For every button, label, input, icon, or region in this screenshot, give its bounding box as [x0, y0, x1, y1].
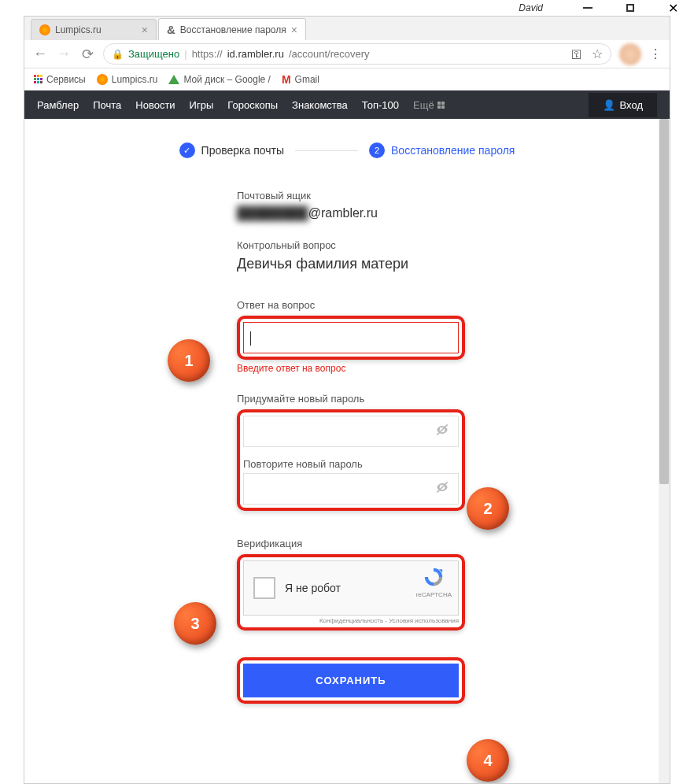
- recaptcha-widget: Я не робот reCAPTCHA: [243, 560, 459, 616]
- window-user: David: [519, 2, 543, 13]
- more-grid-icon: [437, 102, 445, 109]
- tab-lumpics[interactable]: Lumpics.ru ×: [31, 19, 157, 40]
- lumpics-favicon-icon: [39, 24, 50, 35]
- tab-strip: Lumpics.ru × & Восстановление пароля ×: [24, 17, 670, 40]
- step-2: 2 Восстановление пароля: [369, 142, 515, 158]
- new-password-input[interactable]: [243, 416, 459, 447]
- reload-button[interactable]: ⟳: [79, 46, 95, 63]
- nav-more[interactable]: Ещё: [413, 99, 445, 111]
- mailbox-hidden: ████████: [237, 206, 308, 220]
- captcha-footer: Конфиденциальность - Условия использован…: [243, 617, 459, 624]
- captcha-checkbox[interactable]: [253, 577, 275, 599]
- user-icon: 👤: [603, 99, 615, 111]
- tab-close-icon[interactable]: ×: [291, 24, 297, 36]
- annotation-marker-1: 1: [168, 339, 210, 382]
- nav-top100[interactable]: Топ-100: [362, 99, 399, 111]
- recaptcha-icon: [423, 566, 445, 588]
- window-maximize-button[interactable]: [625, 2, 636, 13]
- repeat-password-input[interactable]: [243, 473, 459, 505]
- url-host: id.rambler.ru: [227, 48, 284, 60]
- highlight-box-1: [237, 316, 465, 360]
- gmail-icon: M: [282, 73, 291, 86]
- window-titlebar: David ✕: [0, 0, 694, 16]
- url-path: /account/recovery: [289, 48, 370, 60]
- recovery-form: Почтовый ящик ████████@rambler.ru Контро…: [229, 190, 465, 704]
- scrollbar[interactable]: [659, 119, 670, 783]
- check-icon: ✓: [179, 142, 195, 158]
- highlight-box-3: Я не робот reCAPTCHA Конфиденциальность …: [237, 554, 465, 631]
- nav-news[interactable]: Новости: [135, 99, 175, 111]
- nav-mail[interactable]: Почта: [93, 99, 121, 111]
- back-button[interactable]: ←: [32, 46, 48, 62]
- apps-shortcut[interactable]: Сервисы: [34, 74, 86, 85]
- address-bar[interactable]: 🔒 Защищено | https://id.rambler.ru/accou…: [103, 43, 611, 65]
- browser-window: Lumpics.ru × & Восстановление пароля × ←…: [24, 16, 670, 784]
- key-icon[interactable]: [571, 48, 582, 61]
- annotation-marker-3: 3: [174, 602, 216, 645]
- browser-menu-button[interactable]: ⋮: [649, 46, 662, 61]
- apps-grid-icon: [34, 75, 42, 83]
- highlight-box-4: СОХРАНИТЬ: [237, 657, 465, 704]
- lumpics-icon: [97, 74, 108, 85]
- question-value: Девичья фамилия матери: [237, 256, 465, 272]
- answer-input[interactable]: [243, 322, 459, 353]
- mailbox-label: Почтовый ящик: [237, 190, 465, 202]
- rambler-favicon-icon: &: [167, 23, 175, 36]
- step-1: ✓ Проверка почты: [179, 142, 284, 158]
- bookmark-label: Gmail: [295, 74, 319, 85]
- nav-games[interactable]: Игры: [190, 99, 214, 111]
- save-button[interactable]: СОХРАНИТЬ: [243, 664, 459, 697]
- tab-title: Lumpics.ru: [55, 24, 102, 35]
- step-number-icon: 2: [369, 142, 385, 158]
- window-close-button[interactable]: ✕: [667, 2, 678, 13]
- tab-close-icon[interactable]: ×: [142, 24, 148, 36]
- login-button[interactable]: 👤 Вход: [589, 93, 657, 117]
- new-password-label: Придумайте новый пароль: [237, 393, 465, 405]
- page-content: ✓ Проверка почты 2 Восстановление пароля…: [24, 119, 670, 783]
- url-bar: ← → ⟳ 🔒 Защищено | https://id.rambler.ru…: [24, 40, 670, 68]
- bookmark-star-icon[interactable]: [592, 46, 603, 61]
- bookmark-lumpics[interactable]: Lumpics.ru: [97, 74, 158, 85]
- annotation-marker-2: 2: [467, 487, 509, 530]
- bookmark-gmail[interactable]: M Gmail: [282, 73, 319, 86]
- bookmarks-bar: Сервисы Lumpics.ru Мой диск – Google / M…: [24, 68, 670, 91]
- text-cursor: [250, 331, 251, 346]
- secure-label: Защищено: [128, 48, 179, 60]
- window-minimize-button[interactable]: [582, 2, 593, 13]
- step-divider: [295, 150, 358, 151]
- mailbox-value: ████████@rambler.ru: [237, 206, 465, 220]
- answer-error: Введите ответ на вопрос: [237, 363, 465, 374]
- bookmark-label: Мой диск – Google /: [183, 74, 271, 85]
- scrollbar-thumb[interactable]: [659, 119, 669, 484]
- bookmark-label: Lumpics.ru: [112, 74, 158, 85]
- verification-label: Верификация: [237, 538, 465, 549]
- repeat-password-label: Повторите новый пароль: [243, 458, 459, 470]
- bookmark-drive[interactable]: Мой диск – Google /: [168, 74, 271, 85]
- answer-label: Ответ на вопрос: [237, 299, 465, 311]
- url-protocol: https://: [192, 48, 223, 60]
- nav-dating[interactable]: Знакомства: [292, 99, 348, 111]
- tab-recovery[interactable]: & Восстановление пароля ×: [158, 18, 306, 40]
- recaptcha-badge: reCAPTCHA: [416, 566, 452, 598]
- captcha-label: Я не робот: [285, 582, 341, 594]
- highlight-box-2: Повторите новый пароль: [237, 409, 465, 511]
- forward-button[interactable]: →: [56, 46, 72, 62]
- site-nav: Рамблер Почта Новости Игры Гороскопы Зна…: [24, 91, 670, 119]
- question-label: Контрольный вопрос: [237, 239, 465, 251]
- nav-horoscopes[interactable]: Гороскопы: [227, 99, 278, 111]
- tab-title: Восстановление пароля: [180, 24, 286, 35]
- eye-off-icon[interactable]: [434, 479, 450, 498]
- bookmark-label: Сервисы: [46, 74, 86, 85]
- annotation-marker-4: 4: [467, 739, 509, 782]
- eye-off-icon[interactable]: [434, 422, 450, 441]
- nav-rambler[interactable]: Рамблер: [37, 99, 79, 111]
- progress-steps: ✓ Проверка почты 2 Восстановление пароля: [24, 142, 670, 158]
- drive-icon: [168, 75, 179, 84]
- profile-avatar[interactable]: [619, 43, 641, 65]
- lock-icon: 🔒: [112, 49, 124, 60]
